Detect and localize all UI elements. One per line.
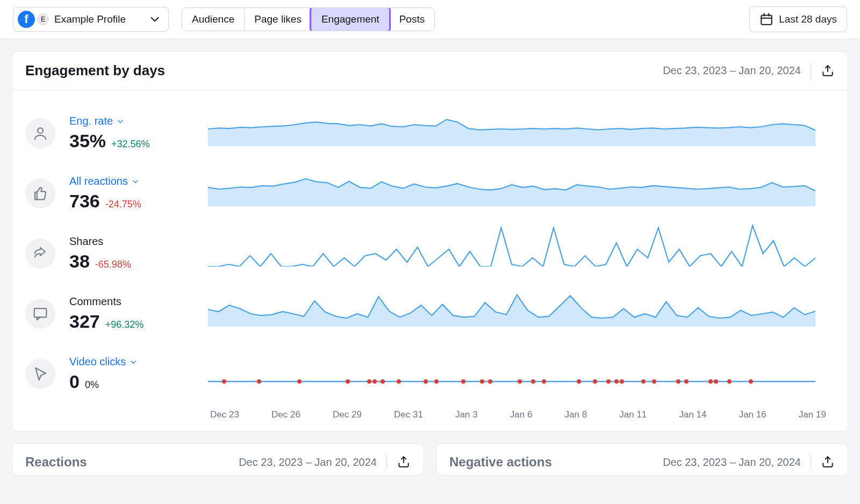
svg-point-20	[518, 379, 522, 384]
profile-avatar-letter: E	[37, 13, 49, 25]
tab-posts[interactable]: Posts	[389, 8, 435, 31]
tab-audience[interactable]: Audience	[182, 8, 244, 31]
metric-delta: +32.56%	[111, 139, 150, 150]
metric-delta: -24.75%	[105, 199, 141, 210]
svg-point-33	[714, 379, 718, 384]
svg-point-21	[531, 379, 535, 384]
reactions-card-range: Dec 23, 2023 – Jan 20, 2024	[239, 456, 377, 469]
svg-point-12	[372, 379, 377, 384]
metric-delta: +96.32%	[105, 319, 144, 330]
svg-point-15	[424, 379, 428, 384]
chart-row	[208, 224, 828, 284]
chart-row	[208, 163, 828, 224]
x-axis-tick: Dec 31	[394, 409, 423, 420]
negative-actions-card: Negative actions Dec 23, 2023 – Jan 20, …	[436, 443, 848, 476]
svg-point-27	[620, 379, 624, 384]
x-axis: Dec 23Dec 26Dec 29Dec 31Jan 3Jan 6Jan 8J…	[208, 404, 828, 420]
metric-label[interactable]: Video clicks	[69, 356, 138, 368]
metric-icon	[25, 118, 55, 148]
chart-row	[208, 103, 828, 163]
svg-point-13	[381, 379, 385, 384]
metric-value: 38	[69, 251, 90, 272]
export-icon[interactable]	[397, 455, 411, 469]
reactions-card: Reactions Dec 23, 2023 – Jan 20, 2024	[12, 443, 424, 476]
svg-point-8	[257, 379, 261, 384]
metric-label: Shares	[69, 235, 103, 248]
date-range-selector[interactable]: Last 28 days	[749, 6, 847, 32]
svg-point-18	[480, 379, 484, 384]
metric-value: 736	[69, 191, 100, 212]
export-icon[interactable]	[821, 455, 835, 469]
metric-label[interactable]: All reactions	[69, 175, 140, 188]
svg-point-10	[346, 379, 350, 384]
chevron-down-icon	[131, 177, 140, 186]
x-axis-tick: Jan 3	[455, 409, 478, 420]
x-axis-tick: Jan 8	[565, 409, 587, 420]
svg-point-26	[614, 379, 619, 384]
metric-row: Video clicks 0 0%	[25, 344, 208, 404]
chart-row	[208, 344, 828, 404]
metric-row: Eng. rate 35% +32.56%	[25, 103, 208, 163]
metric-value: 35%	[69, 131, 106, 152]
sparkline-chart	[208, 103, 815, 146]
metric-value: 327	[69, 311, 100, 332]
engagement-card: Engagement by days Dec 23, 2023 – Jan 20…	[12, 51, 848, 431]
date-range-label: Last 28 days	[779, 13, 837, 25]
chevron-down-icon	[116, 117, 125, 126]
metric-icon	[25, 178, 55, 208]
export-icon[interactable]	[821, 64, 835, 78]
tab-engagement[interactable]: Engagement	[311, 8, 389, 31]
svg-point-30	[676, 379, 680, 384]
svg-point-17	[461, 379, 465, 384]
svg-point-14	[397, 379, 401, 384]
chevron-down-icon	[129, 358, 138, 366]
svg-point-28	[641, 379, 646, 384]
x-axis-tick: Jan 14	[679, 409, 706, 420]
x-axis-tick: Jan 16	[739, 409, 766, 420]
svg-point-34	[727, 379, 732, 384]
sparkline-chart	[208, 344, 815, 387]
svg-point-11	[367, 379, 371, 384]
metric-delta: 0%	[85, 379, 99, 391]
x-axis-tick: Dec 23	[210, 409, 239, 420]
negative-actions-card-title: Negative actions	[449, 455, 552, 470]
metric-row: Shares 38 -65.98%	[25, 224, 208, 284]
svg-point-31	[684, 379, 689, 384]
metric-row: All reactions 736 -24.75%	[25, 163, 208, 224]
sparkline-chart	[208, 284, 815, 327]
svg-point-16	[434, 379, 439, 384]
engagement-card-range: Dec 23, 2023 – Jan 20, 2024	[663, 64, 801, 77]
svg-point-19	[488, 379, 492, 384]
sparkline-chart	[208, 163, 815, 206]
chart-row	[208, 284, 828, 344]
svg-point-22	[542, 379, 546, 384]
svg-point-9	[297, 379, 302, 384]
facebook-icon: f	[18, 11, 35, 28]
metric-label[interactable]: Eng. rate	[69, 115, 125, 127]
sparkline-chart	[208, 224, 815, 267]
chevron-down-icon	[148, 12, 162, 26]
metric-icon	[25, 359, 55, 389]
x-axis-tick: Jan 11	[619, 409, 647, 420]
x-axis-tick: Dec 26	[271, 409, 300, 420]
svg-point-23	[577, 379, 581, 384]
svg-rect-5	[34, 308, 47, 317]
tab-page-likes[interactable]: Page likes	[244, 8, 311, 31]
profile-selector[interactable]: f E Example Profile	[13, 7, 169, 32]
svg-rect-0	[762, 15, 772, 24]
x-axis-tick: Jan 19	[799, 409, 826, 420]
metric-icon	[25, 239, 55, 269]
svg-point-25	[606, 379, 611, 384]
svg-point-32	[708, 379, 713, 384]
svg-point-24	[593, 379, 597, 384]
engagement-card-title: Engagement by days	[25, 62, 165, 79]
tabs: Audience Page likes Engagement Posts	[182, 8, 435, 31]
svg-point-7	[222, 379, 226, 384]
reactions-card-title: Reactions	[25, 455, 87, 470]
metric-delta: -65.98%	[95, 259, 131, 270]
svg-point-35	[749, 379, 753, 384]
negative-actions-card-range: Dec 23, 2023 – Jan 20, 2024	[663, 456, 801, 469]
metric-icon	[25, 299, 55, 329]
metric-value: 0	[69, 371, 80, 392]
metric-label: Comments	[69, 296, 121, 308]
